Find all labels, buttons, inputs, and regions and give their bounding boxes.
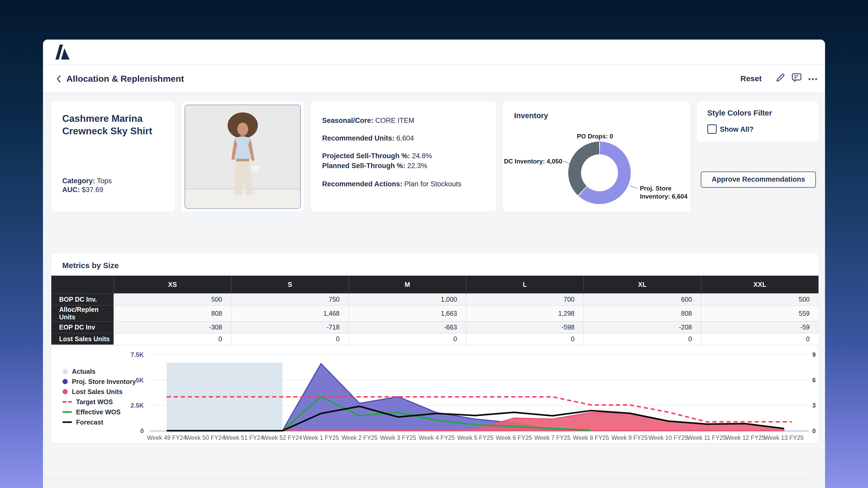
planned-sell-through-line: Planned Sell-Through %: 22.3% [322, 162, 427, 170]
metrics-cell[interactable]: 0 [701, 333, 818, 345]
x-axis-label: Week 9 FY25 [612, 434, 648, 441]
donut-label-proj-store-inventory: Proj. Store Inventory: 6,604 [640, 184, 692, 200]
page-background: Allocation & Replenishment Reset [0, 0, 868, 488]
left-axis-tick: 5K [136, 377, 144, 384]
metrics-cell[interactable]: 1,663 [349, 305, 466, 321]
recommended-units-line: Recommended Units: 6,604 [322, 134, 414, 142]
planned-sell-through-label: Planned Sell-Through %: [322, 162, 405, 170]
metrics-cell[interactable]: 500 [701, 294, 818, 305]
table-row: Lost Sales Units000000 [51, 333, 818, 345]
category-label: Category: [62, 177, 95, 185]
category-value: Tops [97, 177, 112, 185]
left-axis-tick: 0 [141, 427, 144, 434]
projected-sell-through-value: 24.8% [412, 152, 432, 160]
more-options-button[interactable] [807, 73, 820, 87]
comments-button[interactable] [791, 72, 804, 85]
ellipsis-icon [807, 73, 818, 85]
page-header: Allocation & Replenishment Reset [43, 65, 825, 93]
x-axis-label: Week 51 FY24 [224, 434, 264, 441]
show-all-label: Show All? [720, 125, 754, 133]
metrics-row-label: Alloc/Replen Units [51, 305, 114, 321]
metrics-cell[interactable]: -718 [231, 321, 349, 333]
x-axis-label: Week 11 FY25 [687, 434, 726, 441]
x-axis-label: Week 10 FY25 [648, 434, 688, 441]
product-name: Cashmere Marina Crewneck Sky Shirt [62, 112, 161, 137]
x-axis-label: Week 8 FY25 [573, 434, 609, 441]
left-axis-tick: 2.5K [130, 402, 144, 409]
reset-button[interactable]: Reset [740, 74, 762, 83]
x-axis-label: Week 5 FY25 [457, 434, 494, 441]
style-filter-title: Style Colors Filter [707, 109, 772, 118]
section-divider [43, 479, 810, 479]
seasonal-core-value: CORE ITEM [375, 117, 414, 124]
x-axis-label: Week 12 FY25 [725, 434, 765, 441]
planned-sell-through-value: 22.3% [407, 162, 427, 170]
projected-sell-through-line: Projected Sell-Through %: 24.8% [322, 152, 432, 160]
table-row: EOP DC Inv-308-718-663-598-208-59 [51, 321, 818, 333]
metrics-cell[interactable]: -308 [114, 321, 231, 333]
anaplan-logo-icon [56, 44, 69, 60]
comment-icon [791, 72, 802, 83]
metrics-cell[interactable]: 1,000 [349, 294, 466, 305]
metrics-cell[interactable]: -208 [584, 321, 701, 333]
top-logo-bar [43, 39, 825, 65]
back-button[interactable] [55, 74, 64, 84]
right-axis-tick: 0 [812, 428, 816, 434]
show-all-checkbox[interactable] [707, 124, 717, 134]
table-row: BOP DC Inv.5007501,000700600500 [51, 294, 818, 305]
metrics-cell[interactable]: 0 [584, 333, 701, 345]
product-image-card [182, 101, 304, 212]
right-axis-tick: 6 [812, 377, 816, 384]
page-title: Allocation & Replenishment [66, 74, 184, 84]
metrics-by-size-table: XSSMLXLXXLBOP DC Inv.5007501,00070060050… [51, 275, 818, 345]
chevron-left-icon [55, 74, 63, 84]
metrics-cell[interactable]: 559 [701, 305, 818, 321]
metrics-cell[interactable]: 0 [349, 333, 466, 345]
inventory-card: Inventory PO Drops: 0 DC Inventory: 4,05… [502, 101, 690, 212]
metrics-col-header-l: L [466, 275, 584, 294]
right-axis-tick: 3 [812, 402, 816, 409]
model-photo-illustration [185, 105, 300, 208]
metrics-cell[interactable]: -598 [466, 321, 584, 333]
metrics-col-header-xl: XL [584, 275, 701, 294]
recommended-actions-value: Plan for Stockouts [404, 180, 462, 188]
x-axis-label: Week 2 FY25 [341, 434, 378, 441]
metrics-col-header-xs: XS [114, 275, 231, 294]
x-axis-label: Week 1 FY25 [303, 434, 339, 441]
recommended-actions-line: Recommended Actions: Plan for Stockouts [322, 180, 462, 188]
auc-label: AUC: [62, 186, 80, 194]
metrics-cell[interactable]: 0 [466, 333, 584, 345]
recommended-actions-label: Recommended Actions: [322, 180, 402, 188]
metrics-cell[interactable]: 0 [231, 333, 349, 345]
pencil-icon [775, 72, 786, 83]
metrics-col-header-xxl: XXL [701, 275, 818, 294]
metrics-row-label: Lost Sales Units [51, 333, 114, 345]
metrics-cell[interactable]: -663 [349, 321, 466, 333]
metrics-cell[interactable]: 700 [466, 294, 584, 305]
metrics-cell[interactable]: 808 [584, 305, 701, 321]
x-axis-label: Week 6 FY25 [496, 434, 532, 441]
edit-button[interactable] [775, 72, 788, 85]
product-card: Cashmere Marina Crewneck Sky Shirt Categ… [51, 101, 175, 212]
approve-recommendations-button[interactable]: Approve Recommendations [701, 171, 816, 188]
metrics-cell[interactable]: -59 [701, 321, 818, 333]
metrics-row-label: BOP DC Inv. [51, 294, 114, 305]
x-axis-label: Week 7 FY25 [534, 434, 570, 441]
style-colors-filter-card: Style Colors Filter Show All? [697, 101, 818, 142]
right-axis-tick: 9 [812, 351, 816, 358]
metrics-cell[interactable]: 0 [114, 333, 231, 345]
metrics-corner-cell [51, 275, 114, 294]
metrics-cell[interactable]: 500 [114, 294, 231, 305]
recommendation-details-card: Seasonal/Core: CORE ITEM Recommended Uni… [310, 101, 496, 212]
weekly-chart-card: ActualsProj. Store InventoryLost Sales U… [51, 346, 818, 443]
x-axis-label: Week 4 FY25 [418, 434, 455, 441]
donut-slice-dc-inventory [568, 141, 599, 195]
metrics-cell[interactable]: 808 [114, 305, 231, 321]
projected-sell-through-label: Projected Sell-Through %: [322, 152, 410, 160]
metrics-cell[interactable]: 1,298 [466, 305, 584, 321]
metrics-cell[interactable]: 1,468 [231, 305, 349, 321]
metrics-cell[interactable]: 750 [231, 294, 349, 305]
x-axis-label: Week 3 FY25 [380, 434, 416, 441]
metrics-cell[interactable]: 600 [584, 294, 701, 305]
donut-leader-proj [629, 185, 638, 189]
